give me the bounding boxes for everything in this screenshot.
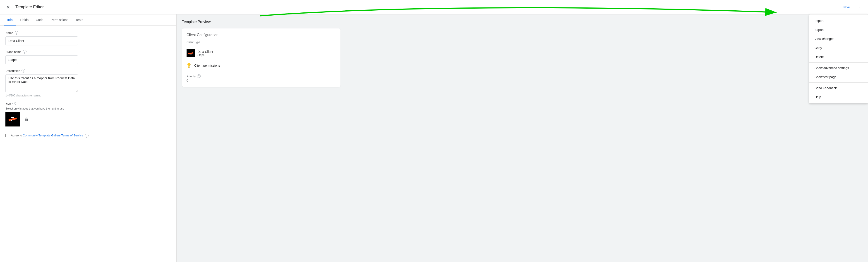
dropdown-item-feedback[interactable]: Send Feedback bbox=[809, 83, 868, 92]
client-brand: Stape bbox=[197, 53, 336, 57]
brand-group: Brand name ? bbox=[5, 50, 171, 64]
name-group: Name ? bbox=[5, 31, 171, 45]
brand-help-icon[interactable]: ? bbox=[23, 50, 27, 53]
tos-label: Agree to Community Template Gallery Term… bbox=[11, 134, 89, 138]
tab-info[interactable]: Info bbox=[4, 14, 16, 26]
icon-delete-button[interactable]: 🗑 bbox=[23, 115, 31, 123]
tab-tests[interactable]: Tests bbox=[72, 14, 87, 26]
dropdown-item-view-changes[interactable]: View changes bbox=[809, 34, 868, 43]
tab-bar: Info Fields Code Permissions Tests bbox=[0, 14, 176, 26]
save-button[interactable]: Save bbox=[839, 4, 854, 11]
permissions-item[interactable]: 🔑 Client permissions bbox=[187, 60, 336, 71]
description-label: Description ? bbox=[5, 69, 171, 73]
name-help-icon[interactable]: ? bbox=[15, 31, 18, 35]
client-type-label: Client Type bbox=[187, 41, 336, 44]
priority-value: 0 bbox=[187, 79, 336, 82]
close-icon: ✕ bbox=[6, 4, 10, 10]
description-group: Description ? Use this Client as a mappe… bbox=[5, 69, 171, 97]
tos-checkbox[interactable] bbox=[5, 134, 9, 137]
dropdown-divider-2 bbox=[809, 82, 868, 83]
dropdown-item-advanced[interactable]: Show advanced settings bbox=[809, 64, 868, 73]
dropdown-divider bbox=[809, 62, 868, 63]
icon-label: Icon ? bbox=[5, 102, 171, 105]
brand-label: Brand name ? bbox=[5, 50, 171, 53]
dropdown-menu: Import Export View changes Copy Delete S… bbox=[809, 14, 868, 104]
permissions-label: Client permissions bbox=[194, 64, 220, 67]
dropdown-item-export[interactable]: Export bbox=[809, 25, 868, 34]
tos-link[interactable]: Community Template Gallery Terms of Serv… bbox=[23, 134, 83, 137]
form-content: Name ? Brand name ? Description ? U bbox=[0, 26, 176, 262]
header-actions: Save ⋮ bbox=[839, 3, 864, 12]
tab-code[interactable]: Code bbox=[32, 14, 47, 26]
tos-row: Agree to Community Template Gallery Term… bbox=[5, 134, 171, 138]
description-input[interactable]: Use this Client as a mapper from Request… bbox=[5, 74, 78, 92]
dropdown-item-test-page[interactable]: Show test page bbox=[809, 73, 868, 81]
dropdown-item-copy[interactable]: Copy bbox=[809, 43, 868, 52]
main-layout: Info Fields Code Permissions Tests Name … bbox=[0, 14, 868, 262]
icon-box[interactable]: Z bbox=[5, 112, 20, 126]
name-label: Name ? bbox=[5, 31, 171, 35]
close-button[interactable]: ✕ bbox=[4, 3, 13, 12]
tab-permissions[interactable]: Permissions bbox=[47, 14, 72, 26]
priority-label: Priority ? bbox=[187, 74, 336, 78]
client-info: Data Client Stape bbox=[197, 50, 336, 57]
dropdown-item-import[interactable]: Import bbox=[809, 16, 868, 25]
client-icon-box: Z bbox=[187, 49, 195, 58]
icon-group: Icon ? Select only images that you have … bbox=[5, 102, 171, 126]
char-count: 140/200 characters remaining bbox=[5, 94, 171, 97]
header: ✕ Template Editor Save ⋮ bbox=[0, 0, 868, 14]
more-options-button[interactable]: ⋮ bbox=[855, 3, 864, 12]
key-icon: 🔑 bbox=[185, 62, 192, 69]
preview-card-title: Client Configuration bbox=[187, 33, 336, 37]
icon-help-icon[interactable]: ? bbox=[12, 102, 16, 105]
preview-card: Client Configuration Client Type Z Data … bbox=[182, 29, 341, 87]
page-title: Template Editor bbox=[16, 5, 839, 9]
icon-sublabel: Select only images that you have the rig… bbox=[5, 107, 171, 110]
brand-input[interactable] bbox=[5, 55, 78, 64]
client-name: Data Client bbox=[197, 50, 336, 53]
dropdown-item-delete[interactable]: Delete bbox=[809, 52, 868, 62]
client-item: Z Data Client Stape bbox=[187, 46, 336, 60]
dropdown-item-help[interactable]: Help bbox=[809, 92, 868, 102]
icon-preview: Z 🗑 bbox=[5, 112, 171, 126]
tab-fields[interactable]: Fields bbox=[16, 14, 32, 26]
tos-help-icon[interactable]: ? bbox=[85, 134, 89, 138]
left-panel: Info Fields Code Permissions Tests Name … bbox=[0, 14, 177, 262]
right-panel: Template Preview Client Configuration Cl… bbox=[177, 14, 868, 262]
priority-help-icon[interactable]: ? bbox=[197, 74, 200, 78]
priority-section: Priority ? 0 bbox=[187, 74, 336, 82]
description-help-icon[interactable]: ? bbox=[22, 69, 25, 73]
name-input[interactable] bbox=[5, 36, 78, 45]
preview-title: Template Preview bbox=[182, 20, 863, 24]
